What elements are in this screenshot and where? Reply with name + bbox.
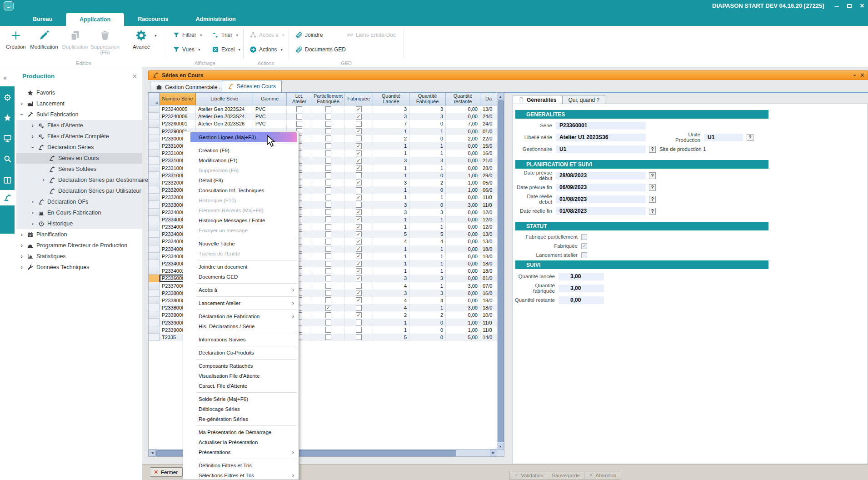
tree-item-d-claration-s-ries-par-utilisateur[interactable]: Déclaration Séries par Utilisateur (16, 185, 142, 196)
maximize-button[interactable] (846, 3, 853, 9)
checkbox-fab-checked[interactable] (356, 150, 362, 156)
libelle-serie-field[interactable]: Atelier U1 2023S36 (556, 134, 646, 141)
checkbox-part-unchecked[interactable] (325, 216, 331, 222)
checkbox-fab-checked[interactable] (356, 261, 362, 267)
menu-item-caract-file-d-attente[interactable]: Caract. File d'Attente (183, 381, 299, 391)
cr-ation-button[interactable]: Création (2, 28, 30, 58)
checkbox-part-unchecked[interactable] (325, 121, 331, 127)
menu-item-d-blocage-s-ries[interactable]: Déblocage Séries (183, 404, 299, 414)
row-selector[interactable] (149, 253, 160, 260)
quantit-lanc-e-field[interactable]: 3,00 (559, 273, 604, 280)
checkbox-part-unchecked[interactable] (325, 275, 331, 281)
column-header-da[interactable]: Da (480, 93, 497, 105)
joindre-button[interactable]: Joindre (295, 30, 323, 40)
row-selector[interactable] (149, 128, 160, 135)
help-button[interactable]: ? (649, 172, 656, 179)
checkbox-part-unchecked[interactable] (325, 187, 331, 193)
checkbox-lct-unchecked[interactable] (296, 121, 302, 127)
checkbox-part-unchecked[interactable] (325, 128, 331, 134)
scroll-right-icon[interactable]: ▶ (490, 449, 497, 456)
menu-item-his-d-clarations-s-rie[interactable]: His. Déclarations / Série (183, 321, 299, 331)
menu-item-lancement-atelier[interactable]: Lancement Atelier› (183, 298, 299, 308)
checkbox-fab-checked[interactable] (356, 239, 362, 245)
column-header-quantit-lanc-e[interactable]: Quantité Lancée (373, 93, 409, 105)
row-selector[interactable] (149, 297, 160, 304)
menu-item-d-claration-co-produits[interactable]: Déclaration Co-Produits (183, 348, 299, 358)
checkbox-fab-checked[interactable] (356, 165, 362, 171)
document-close-icon[interactable]: ✕ (860, 72, 865, 79)
tree-item-statistiques[interactable]: ›Statistiques (16, 251, 142, 262)
vertical-scroll-thumb[interactable] (498, 100, 504, 442)
tree-item-d-claration-s-ries[interactable]: ›Déclaration Séries (16, 142, 142, 153)
tree-expand-icon[interactable]: › (29, 210, 36, 216)
menu-item-acc-s[interactable]: Accès à› (183, 285, 299, 295)
menu-item-gestion-lignes-maj-f3[interactable]: Gestion Lignes (Maj+F3) (190, 132, 297, 142)
menu-item-cr-ation-f9[interactable]: Création (F9) (183, 145, 299, 155)
validation-button[interactable]: ✓ Validation (509, 471, 549, 480)
tree-expand-icon[interactable]: › (29, 220, 36, 227)
row-selector[interactable] (149, 275, 160, 282)
row-selector[interactable] (149, 216, 160, 223)
tree-expand-icon[interactable]: › (18, 253, 25, 260)
sauvegarde-button[interactable]: Sauvegarde (547, 471, 585, 480)
fermer-button[interactable]: ✕ Fermer (150, 467, 183, 477)
row-selector[interactable] (149, 223, 160, 230)
checkbox-fab-checked[interactable] (356, 158, 362, 164)
doctab-series-en-cours[interactable]: Séries en Cours (222, 80, 282, 92)
date-r-elle-fin-field[interactable]: 01/08/2023 (556, 207, 646, 215)
row-selector[interactable] (149, 201, 160, 208)
help-button[interactable]: ? (649, 196, 656, 203)
tree-collapse-icon[interactable]: › (29, 144, 36, 150)
tree-item-suivi-fabrication[interactable]: ›Suivi Fabrication (16, 109, 142, 120)
checkbox-part-unchecked[interactable] (325, 114, 331, 120)
abandon-button[interactable]: ✕ Abandon (584, 471, 621, 480)
checkbox-part-unchecked[interactable] (325, 209, 331, 215)
modification-button[interactable]: Modification (30, 28, 58, 58)
table-row[interactable]: P23240006Atelier Gen 2023S24PVC330,0024/… (149, 113, 497, 120)
rail-monitor-icon[interactable] (0, 128, 15, 148)
menu-item-d-claration-de-fabrication[interactable]: Déclaration de Fabrication› (183, 311, 299, 321)
filtrer-button[interactable]: Filtrer▼ (173, 30, 203, 40)
tree-expand-icon[interactable]: › (18, 231, 25, 238)
document-collapse-icon[interactable]: › (851, 75, 858, 76)
checkbox-part-unchecked[interactable] (325, 165, 331, 171)
column-header-quantit-restante[interactable]: Quantité restante (446, 93, 480, 105)
vertical-scrollbar[interactable]: ▲ ▼ (497, 93, 504, 456)
row-selector[interactable] (149, 194, 160, 201)
checkbox-part-unchecked[interactable] (325, 143, 331, 149)
tree-item-s-ries-sold-es[interactable]: Séries Soldées (16, 164, 142, 175)
checkbox-fab-unchecked[interactable] (356, 172, 362, 178)
rail-star-icon[interactable] (0, 108, 15, 128)
checkbox-part-checked[interactable] (325, 305, 331, 311)
row-selector[interactable] (149, 238, 160, 245)
tree-item-historique[interactable]: ›Historique (16, 218, 142, 229)
checkbox-part-unchecked[interactable] (325, 150, 331, 156)
checkbox-fab-unchecked[interactable] (356, 283, 362, 289)
menu-item-visualisation-file-d-attente[interactable]: Visualisation File d'Attente (183, 371, 299, 381)
tree-item-d-claration-ofs[interactable]: ›Déclaration OFs (16, 196, 142, 207)
checkbox-fab-checked[interactable] (356, 114, 362, 120)
tree-item-programme-directeur-de-production[interactable]: ›Programme Directeur de Production (16, 240, 142, 251)
table-row[interactable]: P23260001Atelier Gen 2023S26PVC707,0024/… (149, 120, 497, 127)
checkbox-part-unchecked[interactable] (325, 297, 331, 303)
tree-item-files-d-attente[interactable]: ›Files d'Attente (16, 120, 142, 131)
actions-button[interactable]: Actions▼ (249, 44, 283, 55)
checkbox-part-unchecked[interactable] (325, 334, 331, 340)
checkbox-fab-checked[interactable] (356, 253, 362, 259)
checkbox-fab-unchecked[interactable] (356, 327, 362, 333)
checkbox-fab-checked[interactable] (356, 143, 362, 149)
rail-columns-icon[interactable] (0, 170, 15, 190)
tab-application[interactable]: Application (66, 13, 124, 26)
checkbox-lancement-atelier-unchecked[interactable] (581, 252, 587, 258)
checkbox-fab-checked[interactable] (356, 290, 362, 296)
tree-expand-icon[interactable]: › (29, 122, 36, 129)
quantit-fabriqu-e-field[interactable]: 3,00 (559, 285, 604, 292)
row-selector[interactable] (149, 113, 160, 120)
row-selector[interactable] (149, 326, 160, 334)
avanc-button[interactable]: Avancé▼ (127, 28, 155, 58)
unite-production-field[interactable]: U1 (704, 134, 743, 141)
scroll-up-icon[interactable]: ▲ (497, 93, 504, 100)
unite-production-help-button[interactable]: ? (747, 134, 753, 141)
tree-expand-icon[interactable]: › (18, 242, 25, 249)
scroll-left-icon[interactable]: ◀ (149, 449, 156, 456)
